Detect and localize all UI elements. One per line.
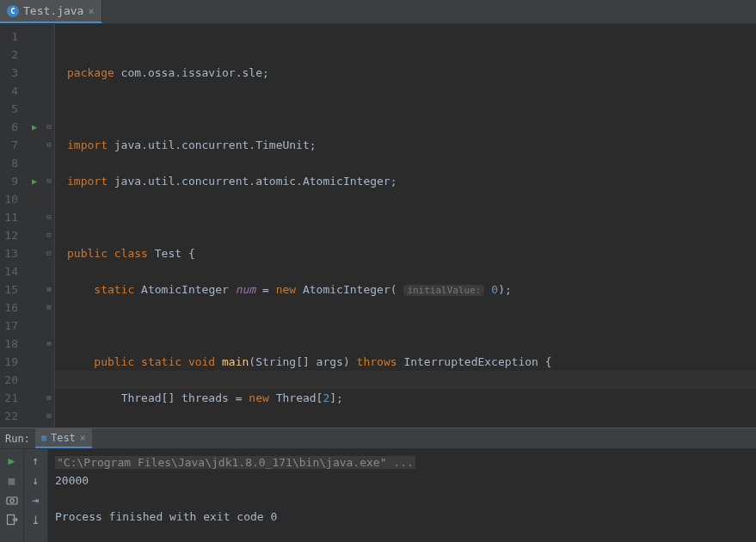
run-gutter-icon[interactable]: ▶ [32, 118, 37, 136]
fold-toggle-icon[interactable]: ⊟ [43, 136, 54, 154]
run-toolbar: ▶ ■ [0, 449, 24, 542]
console-toolbar: ↑ ↓ ⇥ ⤓ [24, 449, 48, 542]
fold-toggle-icon[interactable]: ⊞ [43, 407, 54, 425]
console-output[interactable]: "C:\Program Files\Java\jdk1.8.0_171\bin\… [48, 449, 756, 542]
fold-gutter: ⊟⊟⊟⊟⊟⊟⊞⊞⊞⊞⊞ [43, 24, 55, 428]
run-tool-header: Run: ▦ Test × [0, 428, 756, 449]
current-line-highlight [55, 371, 756, 389]
camera-icon[interactable] [5, 493, 19, 507]
fold-toggle-icon[interactable]: ⊞ [43, 299, 54, 317]
fold-toggle-icon[interactable]: ⊟ [43, 118, 54, 136]
code-editor[interactable]: 12345678910111213141516171819202122 ▶▶ ⊟… [0, 24, 756, 428]
run-gutter: ▶▶ [26, 24, 43, 428]
run-tool-title: Run: [5, 433, 30, 445]
svg-point-1 [9, 499, 13, 502]
line-number-gutter: 12345678910111213141516171819202122 [0, 24, 26, 428]
run-config-tab[interactable]: ▦ Test × [35, 428, 92, 448]
fold-toggle-icon[interactable]: ⊟ [43, 208, 54, 226]
run-tool-window: Run: ▦ Test × ▶ ■ ↑ ↓ ⇥ ⤓ "C:\Program Fi… [0, 428, 756, 542]
fold-toggle-icon[interactable]: ⊟ [43, 244, 54, 262]
class-icon: C [7, 5, 19, 17]
fold-toggle-icon[interactable]: ⊟ [43, 172, 54, 190]
tab-filename: Test.java [23, 4, 83, 17]
soft-wrap-icon[interactable]: ⇥ [29, 493, 43, 507]
fold-toggle-icon[interactable]: ⊞ [43, 280, 54, 299]
exit-icon[interactable] [5, 513, 19, 527]
code-area[interactable]: package com.ossa.issavior.sle; import ja… [55, 24, 756, 428]
run-config-name: Test [51, 432, 76, 444]
scroll-end-icon[interactable]: ⤓ [29, 513, 43, 527]
fold-toggle-icon[interactable]: ⊞ [43, 389, 54, 407]
up-icon[interactable]: ↑ [29, 453, 43, 467]
close-icon[interactable]: × [80, 432, 86, 444]
fold-toggle-icon[interactable]: ⊟ [43, 226, 54, 244]
stop-icon[interactable]: ■ [5, 473, 19, 487]
rerun-icon[interactable]: ▶ [5, 453, 19, 467]
editor-tab-bar: C Test.java × [0, 0, 756, 24]
run-config-icon: ▦ [41, 433, 46, 442]
run-gutter-icon[interactable]: ▶ [32, 172, 37, 190]
close-icon[interactable]: × [88, 6, 94, 16]
editor-tab-test-java[interactable]: C Test.java × [0, 0, 102, 23]
fold-toggle-icon[interactable]: ⊞ [43, 335, 54, 353]
down-icon[interactable]: ↓ [29, 473, 43, 487]
